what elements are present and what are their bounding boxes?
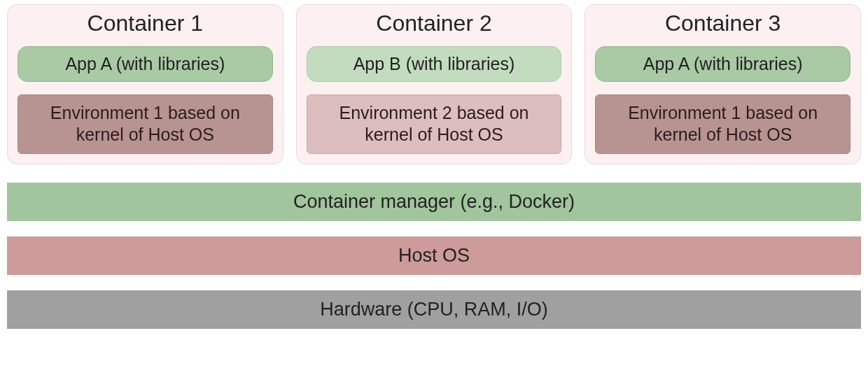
- environment-label: Environment 1 based on kernel of Host OS: [595, 94, 850, 154]
- container-box-2: Container 2 App B (with libraries) Envir…: [296, 4, 573, 164]
- hardware-layer: Hardware (CPU, RAM, I/O): [7, 290, 861, 329]
- environment-label: Environment 2 based on kernel of Host OS: [307, 94, 562, 154]
- environment-label: Environment 1 based on kernel of Host OS: [18, 94, 273, 154]
- containers-row: Container 1 App A (with libraries) Envir…: [7, 4, 861, 164]
- container-box-3: Container 3 App A (with libraries) Envir…: [584, 4, 861, 164]
- container-title: Container 2: [307, 10, 562, 36]
- container-manager-layer: Container manager (e.g., Docker): [7, 183, 861, 221]
- container-box-1: Container 1 App A (with libraries) Envir…: [7, 4, 284, 164]
- host-os-layer: Host OS: [7, 236, 861, 275]
- app-label: App A (with libraries): [18, 46, 273, 82]
- container-title: Container 3: [595, 10, 850, 36]
- app-label: App B (with libraries): [307, 46, 562, 82]
- container-title: Container 1: [18, 10, 273, 36]
- app-label: App A (with libraries): [595, 46, 850, 82]
